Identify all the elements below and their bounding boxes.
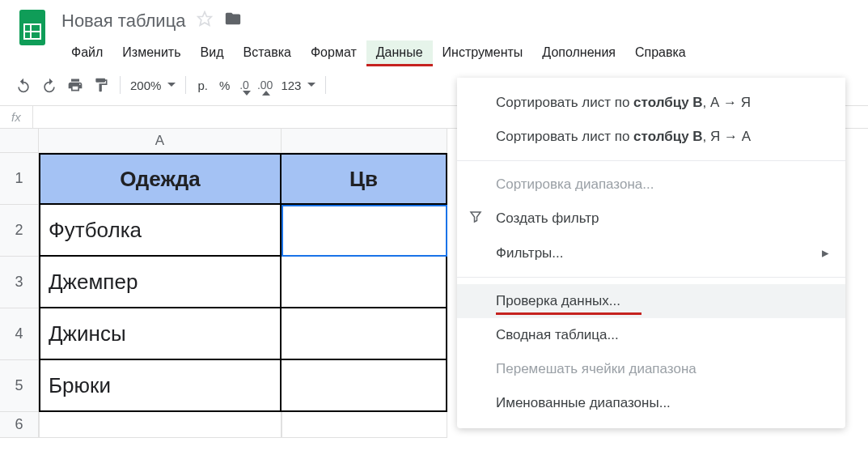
menu-sort-range: Сортировка диапазона... (457, 168, 845, 202)
menu-create-filter-label: Создать фильтр (496, 210, 599, 227)
svg-rect-0 (19, 10, 45, 45)
cell-b4[interactable] (282, 308, 447, 360)
cell-b3[interactable] (282, 257, 447, 308)
toolbar-separator (325, 76, 326, 94)
menu-pivot-table[interactable]: Сводная таблица... (457, 318, 845, 352)
percent-button[interactable]: % (214, 79, 235, 92)
menu-insert[interactable]: Вставка (233, 40, 300, 65)
cell-a5[interactable]: Брюки (39, 360, 282, 412)
star-icon[interactable] (197, 11, 213, 32)
menu-view[interactable]: Вид (191, 40, 234, 65)
decrease-decimal-button[interactable]: .0 (236, 73, 252, 97)
menu-filters-label: Фильтры... (496, 245, 564, 261)
menu-data-validation-label: Проверка данных... (496, 293, 620, 309)
menubar: Файл Изменить Вид Вставка Формат Данные … (61, 40, 868, 65)
menu-data[interactable]: Данные (366, 40, 433, 65)
row-header[interactable]: 2 (0, 205, 39, 257)
increase-decimal-button[interactable]: .00 (254, 73, 276, 97)
zoom-select[interactable]: 200% (127, 79, 179, 92)
row-header[interactable]: 6 (0, 412, 39, 438)
menu-format[interactable]: Формат (301, 40, 366, 65)
toolbar-separator (185, 76, 186, 94)
menu-tools[interactable]: Инструменты (433, 40, 533, 65)
cell-a6[interactable] (39, 412, 282, 438)
cell-a4[interactable]: Джинсы (39, 308, 282, 360)
menu-randomize-range: Перемешать ячейки диапазона (457, 352, 845, 386)
row-header[interactable]: 3 (0, 257, 39, 308)
toolbar-separator (120, 76, 121, 94)
menu-edit[interactable]: Изменить (112, 40, 190, 65)
paint-format-button[interactable] (89, 73, 113, 97)
sheets-logo[interactable] (16, 6, 49, 49)
svg-marker-4 (198, 12, 212, 26)
fx-label: fx (0, 106, 33, 128)
row-header[interactable]: 5 (0, 360, 39, 412)
cell-a2[interactable]: Футболка (39, 205, 282, 257)
column-header-a[interactable]: A (39, 129, 282, 153)
highlight-underline (366, 64, 433, 66)
cell-a1[interactable]: Одежда (39, 153, 282, 205)
currency-button[interactable]: р. (193, 79, 213, 92)
cell-b1[interactable]: Цв (282, 153, 447, 205)
row-header[interactable]: 1 (0, 153, 39, 205)
redo-button[interactable] (37, 73, 61, 97)
menu-file[interactable]: Файл (61, 40, 112, 65)
submenu-arrow-icon: ▸ (822, 244, 829, 261)
cell-a3[interactable]: Джемпер (39, 257, 282, 308)
more-formats-button[interactable]: 123 (277, 79, 319, 92)
menu-separator (457, 277, 845, 278)
menu-create-filter[interactable]: Создать фильтр (457, 202, 845, 236)
menu-data-validation[interactable]: Проверка данных... (457, 284, 845, 318)
menu-named-ranges[interactable]: Именованные диапазоны... (457, 386, 845, 420)
cell-b6[interactable] (282, 412, 447, 438)
undo-button[interactable] (11, 73, 36, 97)
row-header[interactable]: 4 (0, 308, 39, 360)
document-title[interactable]: Новая таблица (61, 11, 185, 32)
menu-addons[interactable]: Дополнения (532, 40, 625, 65)
more-formats-label: 123 (281, 79, 301, 92)
print-button[interactable] (63, 73, 87, 97)
zoom-value: 200% (130, 79, 161, 92)
highlight-underline (496, 312, 641, 315)
menu-help[interactable]: Справка (625, 40, 696, 65)
folder-icon[interactable] (224, 10, 242, 32)
filter-icon (468, 210, 483, 228)
data-menu-dropdown: Сортировать лист по столбцу B, А → Я Сор… (457, 78, 845, 428)
cell-b5[interactable] (282, 360, 447, 412)
menu-sort-asc[interactable]: Сортировать лист по столбцу B, А → Я (457, 86, 845, 120)
column-header-b[interactable] (282, 129, 447, 153)
menu-filters[interactable]: Фильтры... ▸ (457, 236, 845, 270)
chevron-down-icon (167, 81, 176, 89)
menu-separator (457, 160, 845, 161)
menu-sort-desc[interactable]: Сортировать лист по столбцу B, Я → А (457, 120, 845, 154)
menu-data-label: Данные (376, 45, 423, 59)
select-all-corner[interactable] (0, 129, 39, 153)
cell-b2[interactable] (282, 205, 447, 257)
chevron-down-icon (307, 81, 315, 89)
